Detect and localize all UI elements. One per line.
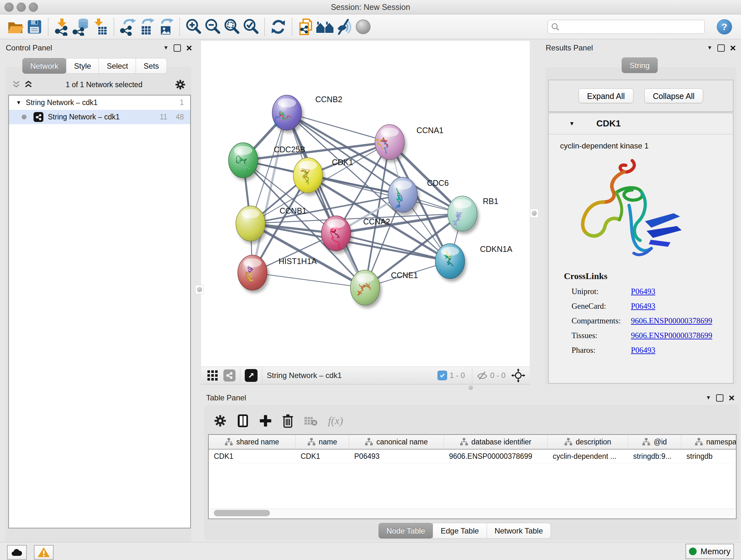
save-session-button[interactable] [25, 17, 44, 37]
tab-network-table[interactable]: Network Table [487, 523, 551, 539]
network-node-CCNB2[interactable] [272, 95, 304, 133]
expand-all-icon[interactable] [23, 80, 33, 89]
right-splitter-handle[interactable] [530, 209, 538, 218]
table-cell[interactable]: CDK1 [295, 449, 349, 463]
collapse-all-button[interactable]: Collapse All [644, 88, 703, 103]
show-columns-icon[interactable] [237, 414, 249, 428]
gear-icon[interactable] [175, 79, 186, 90]
cloud-status-button[interactable] [7, 545, 27, 560]
tab-edge-table[interactable]: Edge Table [433, 523, 487, 539]
network-canvas[interactable]: CCNB2CCNA1CDC25BCDK1CDC6RB1CCNB1CCNA2CDK… [201, 41, 530, 367]
memory-button[interactable]: Memory [685, 544, 734, 559]
open-session-button[interactable] [6, 17, 25, 37]
clone-network-button[interactable] [296, 17, 315, 37]
import-network-from-database-button[interactable] [71, 17, 91, 37]
import-network-button[interactable] [52, 17, 71, 37]
grid-view-icon[interactable] [207, 370, 218, 381]
homes-button[interactable] [315, 17, 334, 37]
panel-close-icon[interactable]: × [730, 45, 736, 51]
export-network-button[interactable] [118, 17, 137, 37]
zoom-out-button[interactable] [203, 17, 222, 37]
network-tree: ▼ String Network – cdk1 1 Str [8, 95, 191, 528]
network-node-CCNB1[interactable] [236, 206, 267, 244]
table-cell[interactable]: P06493 [349, 449, 444, 463]
fit-content-icon[interactable] [511, 368, 525, 382]
cdk1-section-header[interactable]: ▼ CDK1 [549, 113, 733, 134]
table-cell[interactable]: cyclin-dependent ... [548, 449, 628, 463]
table-cell[interactable]: stringdb:9... [628, 449, 681, 463]
zoom-fit-button[interactable] [222, 17, 241, 37]
refresh-button[interactable] [269, 17, 288, 37]
network-node-CDK1[interactable] [293, 158, 325, 196]
delete-column-trash-icon[interactable] [282, 414, 293, 428]
column-header-@id[interactable]: @id [628, 435, 681, 449]
network-node-RB1[interactable] [448, 196, 479, 234]
open-in-window-icon[interactable] [245, 369, 258, 382]
collapse-all-icon[interactable] [11, 80, 21, 89]
table-cell[interactable]: CDK1 [209, 449, 295, 463]
tab-style[interactable]: Style [66, 58, 99, 74]
table-cell[interactable]: 9606.ENSP00000378699 [444, 449, 548, 463]
section-collapse-icon[interactable]: ▼ [569, 120, 575, 127]
zoom-selected-button[interactable] [241, 17, 260, 37]
zoom-in-button[interactable] [184, 17, 203, 37]
network-node-CCNA2[interactable] [321, 216, 353, 254]
crosslink-link[interactable]: P06493 [631, 346, 655, 355]
table-cell[interactable]: stringdb [681, 449, 737, 463]
panel-menu-caret-icon[interactable]: ▼ [163, 45, 169, 51]
export-table-button[interactable] [137, 17, 156, 37]
panel-float-icon[interactable] [174, 44, 181, 52]
column-header-database-identifier[interactable]: database identifier [444, 435, 548, 449]
export-image-button[interactable] [156, 17, 176, 37]
column-header-namespace[interactable]: namespace [681, 435, 737, 449]
crosslink-link[interactable]: 9606.ENSP00000378699 [631, 331, 712, 340]
scrollbar-thumb[interactable] [214, 510, 270, 516]
help-button[interactable]: ? [717, 19, 732, 35]
table-panel: Table Panel ▼ × [202, 390, 741, 540]
add-column-plus-icon[interactable] [259, 415, 272, 427]
network-tree-child-row[interactable]: String Network – cdk1 11 48 [9, 110, 190, 124]
column-header-shared-name[interactable]: shared name [209, 435, 295, 449]
panel-close-icon[interactable]: × [729, 395, 735, 401]
network-node-CCNE1[interactable] [350, 270, 382, 308]
crosslink-link[interactable]: 9606.ENSP00000378699 [631, 316, 712, 325]
panel-menu-caret-icon[interactable]: ▼ [705, 395, 711, 401]
tab-string[interactable]: String [622, 57, 658, 73]
panel-menu-caret-icon[interactable]: ▼ [707, 45, 712, 51]
crosslink-link[interactable]: P06493 [631, 302, 655, 311]
expand-all-button[interactable]: Expand All [579, 88, 633, 103]
left-splitter-handle[interactable] [195, 285, 204, 294]
column-header-canonical-name[interactable]: canonical name [349, 435, 444, 449]
view-toolbar-separator [262, 367, 262, 384]
table-horizontal-scrollbar[interactable] [210, 509, 735, 517]
show-graphics-details-button[interactable] [354, 17, 373, 37]
selected-nodes-checkbox-icon[interactable] [437, 371, 447, 380]
tab-node-table[interactable]: Node Table [379, 523, 433, 539]
network-node-HIST1H1A[interactable] [238, 255, 269, 293]
bottom-splitter-handle[interactable] [467, 386, 475, 389]
tab-sets[interactable]: Sets [136, 58, 167, 74]
hide-graphics-details-button[interactable] [334, 17, 354, 37]
table-row[interactable]: CDK1CDK1P064939606.ENSP00000378699cyclin… [209, 449, 736, 463]
warning-status-button[interactable] [34, 545, 54, 560]
network-node-CCNA1[interactable] [375, 125, 406, 163]
search-input[interactable] [562, 22, 701, 31]
panel-close-icon[interactable]: × [186, 45, 192, 51]
tab-network[interactable]: Network [22, 58, 66, 74]
network-node-CDKN1A[interactable] [435, 244, 467, 282]
crosslink-link[interactable]: P06493 [631, 287, 655, 296]
column-header-name[interactable]: name [295, 435, 349, 449]
import-table-button[interactable] [91, 17, 110, 37]
network-tree-root-row[interactable]: ▼ String Network – cdk1 1 [9, 96, 190, 110]
tree-collapse-icon[interactable]: ▼ [16, 100, 21, 106]
control-panel-title: Control Panel [6, 44, 52, 52]
network-share-view-icon[interactable] [223, 369, 235, 381]
column-header-description[interactable]: description [548, 435, 628, 449]
table-settings-gear-icon[interactable] [214, 415, 226, 427]
node-label-CCNB1: CCNB1 [280, 206, 307, 215]
tab-select[interactable]: Select [98, 58, 136, 74]
network-edge[interactable] [253, 113, 287, 273]
panel-float-icon[interactable] [716, 394, 724, 401]
network-edge[interactable] [253, 273, 365, 288]
panel-float-icon[interactable] [718, 44, 725, 52]
